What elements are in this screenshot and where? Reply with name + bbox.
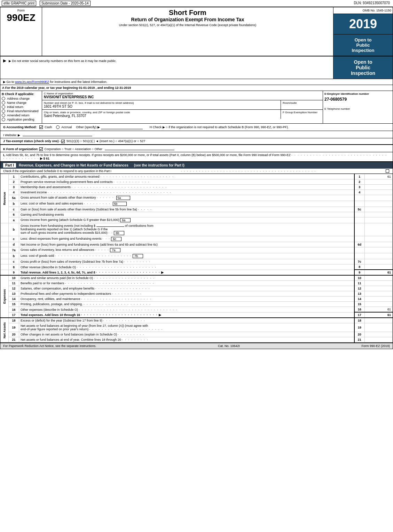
open-to-inspection: Open to Public Inspection <box>333 34 393 56</box>
form-title: Short Form <box>44 9 332 17</box>
revenue-row-5c: c Gain or (loss) from sale of assets oth… <box>1 207 393 212</box>
city-label: City or town, state or province, country… <box>44 111 279 114</box>
h-section: H Check ▶ ○ if the organization is not r… <box>150 125 289 129</box>
section-b-label: B Check if applicable: <box>2 92 40 96</box>
c-label: C Name of organization <box>44 92 321 95</box>
expenses-row-10: Expenses 10 Grants and similar amounts p… <box>1 275 393 281</box>
website-label: I Website: ▶ <box>3 133 20 137</box>
submission-date: Submission Date - 2020-05-14 <box>40 1 91 6</box>
revenue-side-label: Revenue <box>1 174 9 223</box>
instruction-row-2: ▶ Go to www.irs.gov/Form990EZ for instru… <box>0 79 393 85</box>
h-label: H Check ▶ <box>150 125 165 129</box>
header-right-block: OMB No. 1545-1150 2019 Open to Public In… <box>333 7 393 56</box>
street-field: Number and street (or P. O. box, if mail… <box>42 100 281 109</box>
expenses-row-12: 12 Salaries, other compensation, and emp… <box>1 286 393 291</box>
trust-label: Trust <box>64 147 71 151</box>
city-field: City or town, state or province, country… <box>42 110 281 119</box>
org-name-row: C Name of organization NVISIONIT ENTERPR… <box>42 91 323 100</box>
check-address-change[interactable]: Address change <box>2 97 40 100</box>
revenue-row-8: 8 Other revenue (describe in Schedule O)… <box>1 264 393 270</box>
accrual-radio[interactable]: Accrual <box>56 125 72 129</box>
part-i-label: Part I <box>3 163 16 168</box>
accrual-label: Accrual <box>61 125 72 129</box>
form-number: 990EZ <box>7 12 36 23</box>
section-a: A For the 2019 calendar year, or tax yea… <box>0 85 393 91</box>
revenue-row-6d: d Net income or (loss) from gaming and f… <box>1 242 393 247</box>
revenue-row-5b: b Less: cost or other basis and sales ex… <box>1 201 393 207</box>
row-1-num: 1 <box>9 174 19 179</box>
org-fields: C Name of organization NVISIONIT ENTERPR… <box>42 91 323 123</box>
org-name: NVISIONIT ENTERPRISES INC <box>44 95 321 99</box>
footer-cat: Cat. No. 10642I <box>218 344 240 348</box>
other-input[interactable] <box>101 125 143 129</box>
room-field: Room/suite <box>281 100 323 109</box>
irs-link[interactable]: www.irs.gov/Form990EZ <box>15 80 49 84</box>
revenue-row-6b: b Gross income from fundraising events (… <box>1 223 393 236</box>
amended-return-radio[interactable] <box>2 114 5 117</box>
ein-column: D Employer identification number 27-0680… <box>323 91 393 123</box>
net-assets-row-20: 20 Other changes in net assets or fund b… <box>1 332 393 337</box>
check-initial-return[interactable]: Initial return <box>2 105 40 109</box>
revenue-table: Revenue 1 Contributions, gifts, grants, … <box>0 174 393 342</box>
part-i-subtitle: (see the instructions for Part I) <box>134 163 184 167</box>
form-number-block: Form 990EZ <box>0 7 42 56</box>
revenue-row-1: Revenue 1 Contributions, gifts, grants, … <box>1 174 393 179</box>
efile-label: efile GRAPHIC print <box>2 1 36 6</box>
e-label: E Telephone number <box>324 107 391 110</box>
expenses-row-16: 16 Other expenses (describe in Schedule … <box>1 307 393 313</box>
application-pending-radio[interactable] <box>2 118 5 121</box>
revenue-row-5a: 5a Gross amount from sale of assets othe… <box>1 195 393 201</box>
form-subtitle: Return of Organization Exempt From Incom… <box>44 17 332 22</box>
form-title-block: Short Form Return of Organization Exempt… <box>42 7 333 56</box>
corp-checkbox[interactable] <box>39 147 43 151</box>
tax-501c3-checkbox[interactable] <box>61 140 65 143</box>
tax-4947: 4947(a)(1) or <box>118 139 136 143</box>
l-section: L Add lines 5b, 6c, and 7b to line 9 to … <box>0 152 393 162</box>
form-undersection: Under section 501(c), 527, or 4947(a)(1)… <box>44 23 332 27</box>
street-value: 1601 49TH ST SO <box>44 105 279 108</box>
other-k-input[interactable] <box>105 146 174 150</box>
net-assets-row-21: 21 Net assets or fund balances at end of… <box>1 337 393 342</box>
other-radio[interactable]: Other (specify) ▶ <box>76 125 143 129</box>
omb-number: OMB No. 1545-1150 <box>333 7 393 14</box>
cash-checkbox[interactable] <box>39 125 43 129</box>
room-label: Room/suite <box>283 101 321 105</box>
other-label: Other (specify) ▶ <box>76 125 100 129</box>
website-input[interactable] <box>23 132 92 136</box>
final-return-radio[interactable] <box>2 109 5 113</box>
d-label: D Employer identification number <box>324 92 391 95</box>
expenses-row-17: 17 Total expenses. Add lines 10 through … <box>1 312 393 318</box>
k-label: K Form of organization: <box>3 147 39 151</box>
h-text: ○ if the organization is not required to… <box>166 125 289 129</box>
name-change-radio[interactable] <box>2 101 5 105</box>
accrual-circle[interactable] <box>56 125 60 129</box>
check-final-return[interactable]: Final return/terminated <box>2 109 40 113</box>
f-label: F Group Exemption Number <box>283 111 321 114</box>
revenue-row-6: 6 Gaming and fundraising events <box>1 212 393 217</box>
part-i-title: Revenue, Expenses, and Changes in Net As… <box>19 163 128 167</box>
address-change-radio[interactable] <box>2 97 5 100</box>
k-section: K Form of organization: Corporation ○ Tr… <box>0 145 393 153</box>
group-exemption-field: F Group Exemption Number <box>281 110 323 119</box>
net-assets-row-18: Net Assets 18 Excess or (deficit) for th… <box>1 318 393 323</box>
revenue-row-6a: a Gross income from gaming (attach Sched… <box>1 217 393 223</box>
check-name-change[interactable]: Name change <box>2 101 40 105</box>
assoc-label: Association <box>75 147 91 151</box>
check-application-pending[interactable]: Application pending <box>2 118 40 121</box>
instruction-row-1: ▶ ▶ Do not enter social security numbers… <box>3 58 330 64</box>
row-1-amount: 61 <box>365 174 393 179</box>
revenue-row-9: 9 Total revenue. Add lines 1, 2, 3, 4, 5… <box>1 270 393 275</box>
initial-return-radio[interactable] <box>2 105 5 109</box>
net-assets-row-19: 19 Net assets or fund balances at beginn… <box>1 323 393 332</box>
part-i-checkbox[interactable] <box>386 169 389 173</box>
footer-left: For Paperwork Reduction Act Notice, see … <box>3 344 96 348</box>
check-amended-return[interactable]: Amended return <box>2 114 40 117</box>
g-label: G Accounting Method: <box>3 125 37 129</box>
street-label: Number and street (or P. O. box, if mail… <box>44 101 279 105</box>
cash-radio[interactable]: Cash <box>39 125 52 129</box>
tax-501c3: 501(c)(3) <box>66 139 79 143</box>
revenue-row-7a: 7a Gross sales of inventory, less return… <box>1 247 393 253</box>
expenses-row-14: 14 Occupancy, rent, utilities, and maint… <box>1 296 393 302</box>
revenue-row-3: 3 Membership dues and assessments · · · … <box>1 185 393 190</box>
corp-label: Corporation <box>45 147 61 151</box>
